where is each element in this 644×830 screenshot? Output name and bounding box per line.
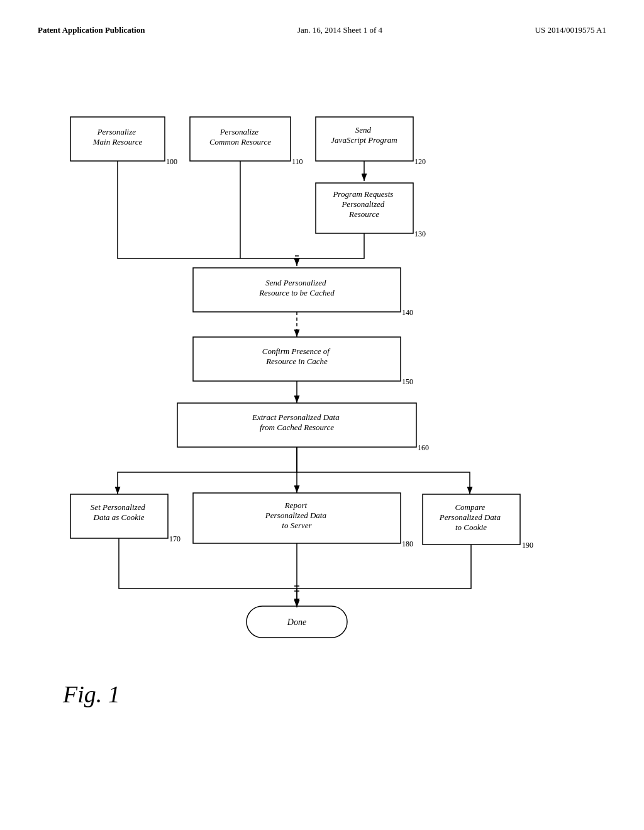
svg-text:Extract Personalized Data
    : Extract Personalized Data from Cached Re… xyxy=(252,412,341,432)
svg-text:Compare
        Personalized D: Compare Personalized Data to Cookie xyxy=(439,502,502,532)
svg-text:150: 150 xyxy=(402,377,413,386)
header-right: US 2014/0019575 A1 xyxy=(535,25,606,35)
svg-text:190: 190 xyxy=(522,541,533,550)
svg-text:170: 170 xyxy=(169,534,180,543)
svg-text:180: 180 xyxy=(402,540,413,548)
svg-text:160: 160 xyxy=(418,443,429,452)
svg-text:Personalize
        Main Resou: Personalize Main Resource xyxy=(92,127,143,147)
header-left: Patent Application Publication xyxy=(38,25,145,35)
svg-text:Personalize
        Common Res: Personalize Common Resource xyxy=(209,127,271,147)
svg-text:110: 110 xyxy=(292,157,303,166)
svg-text:100: 100 xyxy=(166,157,177,166)
svg-text:Done: Done xyxy=(287,617,306,627)
svg-text:Program Requests
        Perso: Program Requests Personalized Resource xyxy=(332,189,395,219)
svg-text:Report
        Personalized Da: Report Personalized Data to Server xyxy=(265,501,328,530)
svg-text:120: 120 xyxy=(414,157,426,166)
flowchart-svg: Personalize Main Resource 100 Personaliz… xyxy=(52,86,592,702)
svg-text:130: 130 xyxy=(414,230,426,238)
svg-text:Confirm Presence of
        Re: Confirm Presence of Resource in Cache xyxy=(262,346,331,366)
fig-label: Fig. 1 xyxy=(63,680,120,708)
page: Patent Application Publication Jan. 16, … xyxy=(0,0,644,830)
diagram-area: Personalize Main Resource 100 Personaliz… xyxy=(38,86,606,702)
svg-text:Send
        JavaScript Progra: Send JavaScript Program xyxy=(331,125,397,145)
page-header: Patent Application Publication Jan. 16, … xyxy=(38,25,606,48)
svg-text:Send Personalized
        Reso: Send Personalized Resource to be Cached xyxy=(258,278,335,297)
svg-text:Set Personalized
        Data : Set Personalized Data as Cookie xyxy=(91,502,147,522)
header-center: Jan. 16, 2014 Sheet 1 of 4 xyxy=(297,25,382,35)
svg-text:140: 140 xyxy=(402,308,413,317)
